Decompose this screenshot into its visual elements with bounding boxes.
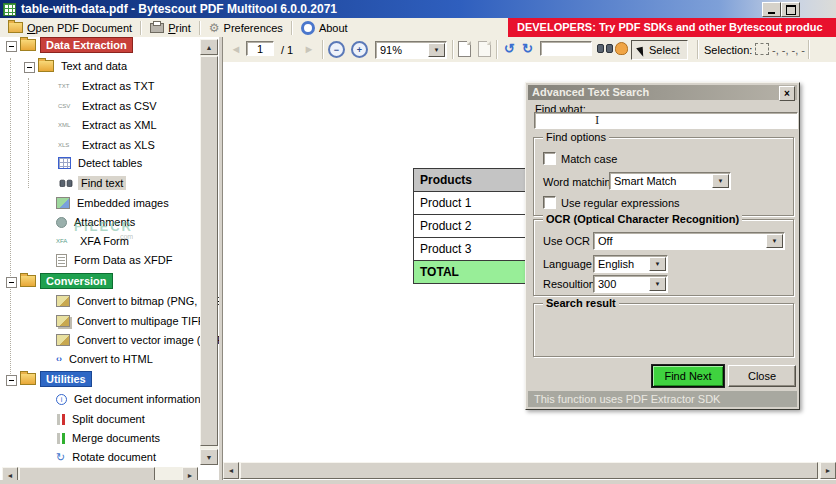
zoom-level-combobox[interactable]: 91%	[375, 41, 447, 59]
word-matching-dropdown[interactable]: Smart Match	[609, 172, 731, 190]
select-tool-button[interactable]: Select	[631, 40, 688, 60]
find-button[interactable]	[597, 43, 613, 53]
scroll-left-button[interactable]	[223, 462, 239, 479]
navigation-toolbar: / 1 − + 91% Select Selection: -, -, -, -	[222, 37, 836, 63]
sidebar-item-convert-tiff[interactable]: Convert to multipage TIFF	[56, 313, 208, 329]
hand-icon	[615, 42, 628, 55]
menu-preferences[interactable]: Preferences	[201, 18, 291, 37]
language-dropdown[interactable]: English	[593, 255, 668, 273]
table-cell: Product 3	[414, 238, 538, 261]
page-total-label: / 1	[281, 44, 293, 56]
gear-icon	[209, 23, 220, 33]
form-data-icon	[56, 254, 67, 267]
collapse-toggle[interactable]	[6, 375, 17, 386]
language-label: Language	[543, 258, 592, 270]
search-result-group: Search result	[533, 303, 794, 357]
next-page-button[interactable]	[301, 41, 317, 57]
resolution-dropdown[interactable]: 300	[593, 275, 668, 293]
window-bottom-edge	[0, 480, 836, 484]
printer-icon	[150, 23, 164, 33]
sidebar-item-detect-tables[interactable]: Detect tables	[58, 155, 145, 171]
dropdown-arrow-icon[interactable]	[649, 257, 666, 271]
close-icon[interactable]	[779, 86, 795, 101]
sidebar-item-utilities[interactable]: Utilities	[20, 371, 92, 387]
menu-open-pdf-document[interactable]: Open PDF Document	[0, 18, 140, 37]
scroll-up-button[interactable]	[200, 39, 218, 55]
page-icon	[458, 41, 471, 57]
sidebar-item-extract-txt[interactable]: TXT Extract as TXT	[58, 78, 158, 94]
previous-page-button[interactable]	[228, 41, 244, 57]
close-button[interactable]: Close	[728, 365, 796, 387]
rotate-icon	[56, 451, 65, 464]
tools-tree-panel: Data Extraction Text and data TXT Extrac…	[0, 37, 219, 484]
ocr-group: OCR (Optical Character Recognition) Use …	[533, 219, 794, 296]
cursor-arrow-icon	[636, 44, 648, 56]
sidebar-item-extract-xls[interactable]: XLS Extract as XLS	[58, 137, 158, 153]
xml-file-icon: XML	[58, 121, 75, 130]
tree-vertical-scrollbar[interactable]	[200, 39, 218, 465]
sidebar-item-embedded-images[interactable]: Embedded images	[56, 195, 172, 211]
sidebar-item-merge-documents[interactable]: Merge documents	[56, 430, 163, 446]
language-value: English	[598, 258, 634, 270]
minimize-icon	[768, 12, 775, 14]
word-matching-value: Smart Match	[614, 175, 676, 187]
folder-icon	[20, 373, 36, 385]
dialog-status-bar: This function uses PDF Extractor SDK	[528, 391, 797, 407]
collapse-toggle[interactable]	[6, 41, 17, 52]
use-regex-checkbox[interactable]	[543, 196, 556, 209]
use-ocr-value: Off	[598, 235, 612, 247]
dialog-title-bar[interactable]: Advanced Text Search	[528, 85, 797, 100]
scroll-down-button[interactable]	[200, 449, 218, 465]
hand-pan-tool-button[interactable]	[615, 42, 628, 55]
sidebar-item-text-and-data[interactable]: Text and data	[38, 58, 130, 74]
collapse-toggle[interactable]	[6, 277, 17, 288]
sidebar-item-conversion[interactable]: Conversion	[20, 273, 113, 289]
sidebar-item-find-text[interactable]: Find text	[58, 175, 126, 191]
zoom-out-button[interactable]: −	[328, 41, 345, 58]
quick-find-input[interactable]	[540, 41, 592, 56]
collapse-toggle[interactable]	[24, 62, 35, 73]
dropdown-arrow-icon[interactable]	[712, 174, 729, 188]
page-number-input[interactable]	[246, 41, 274, 56]
sidebar-item-form-data-xfdf[interactable]: Form Data as XFDF	[56, 252, 175, 268]
zoom-in-button[interactable]: +	[351, 41, 368, 58]
sidebar-item-split-document[interactable]: Split document	[56, 411, 148, 427]
merge-icon	[62, 433, 65, 444]
find-next-button[interactable]: Find Next	[652, 365, 724, 387]
use-ocr-dropdown[interactable]: Off	[593, 232, 785, 250]
scroll-right-button[interactable]	[820, 462, 836, 479]
rotate-left-button[interactable]	[501, 40, 518, 57]
sidebar-item-rotate-document[interactable]: Rotate document	[56, 449, 159, 465]
sidebar-item-extract-xml[interactable]: XML Extract as XML	[58, 117, 160, 133]
binoculars-icon	[597, 43, 613, 53]
folder-icon	[20, 275, 36, 287]
sidebar-item-get-document-information[interactable]: Get document information	[56, 391, 204, 407]
match-case-checkbox[interactable]	[543, 152, 556, 165]
csv-file-icon: CSV	[58, 102, 75, 111]
find-options-label: Find options	[543, 131, 609, 143]
dropdown-arrow-icon[interactable]	[766, 234, 783, 248]
watermark: FILECR	[74, 219, 133, 234]
sidebar-item-data-extraction[interactable]: Data Extraction	[20, 37, 133, 53]
tiff-icon	[56, 315, 70, 327]
document-horizontal-scrollbar[interactable]	[223, 462, 836, 479]
minimize-button[interactable]	[762, 2, 781, 17]
table-cell: Product 2	[414, 215, 538, 238]
sidebar-item-convert-html[interactable]: Convert to HTML	[56, 351, 156, 367]
zoom-dropdown-arrow[interactable]	[428, 43, 445, 57]
menu-about[interactable]: About	[293, 18, 356, 37]
single-page-view-button[interactable]	[458, 41, 471, 57]
dropdown-arrow-icon[interactable]	[649, 277, 666, 291]
menu-print[interactable]: Print	[142, 18, 199, 37]
scrollbar-thumb[interactable]	[240, 462, 818, 479]
use-ocr-label: Use OCR	[543, 235, 590, 247]
developer-ad-banner[interactable]: DEVELOPERS: Try PDF SDKs and other Bytes…	[508, 18, 836, 37]
rotate-right-button[interactable]	[519, 40, 536, 57]
continuous-view-button[interactable]	[478, 41, 491, 57]
html-icon	[56, 354, 62, 364]
find-what-input[interactable]	[534, 112, 798, 129]
scrollbar-thumb[interactable]	[200, 56, 218, 446]
search-result-label: Search result	[543, 297, 619, 309]
sidebar-item-extract-csv[interactable]: CSV Extract as CSV	[58, 98, 160, 114]
maximize-button[interactable]	[781, 2, 800, 17]
